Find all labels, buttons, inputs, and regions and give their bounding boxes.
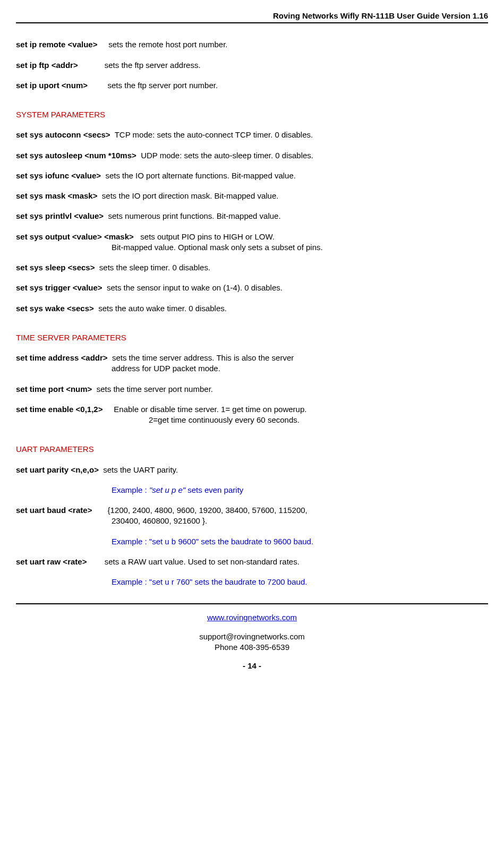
ip-remote-entry: set ip remote <value> sets the remote ho…	[16, 39, 488, 50]
sys-iofunc-desc: sets the IO port alternate functions. Bi…	[105, 171, 296, 180]
page-header: Roving Networks Wifly RN-111B User Guide…	[16, 11, 488, 23]
footer-phone: Phone 408-395-6539	[16, 642, 488, 653]
uart-parity-ex-suffix: sets even parity	[185, 485, 243, 494]
sys-autosleep-entry: set sys autosleep <num *10ms> UDP mode: …	[16, 150, 488, 161]
time-enable-entry: set time enable <0,1,2> Enable or disabl…	[16, 404, 488, 426]
sys-output-cont: Bit-mapped value. Optional mask only set…	[16, 242, 488, 253]
ip-ftp-entry: set ip ftp <addr> sets the ftp server ad…	[16, 60, 488, 71]
uart-parameters-heading: UART PARAMETERS	[16, 444, 488, 455]
sys-mask-desc: sets the IO port direction mask. Bit-map…	[102, 191, 279, 200]
ip-uport-cmd: set ip uport <num>	[16, 81, 88, 90]
sys-printlvl-cmd: set sys printlvl <value>	[16, 211, 104, 220]
time-enable-cont: 2=get time continuously every 60 seconds…	[16, 415, 488, 425]
time-port-cmd: set time port <num>	[16, 384, 92, 393]
sys-autosleep-desc: UDP mode: sets the auto-sleep timer. 0 d…	[141, 151, 313, 160]
sys-sleep-desc: sets the sleep timer. 0 disables.	[99, 263, 210, 272]
sys-wake-entry: set sys wake <secs> sets the auto wake t…	[16, 303, 488, 314]
footer-email: support@rovingnetworks.com	[16, 631, 488, 642]
time-server-parameters-heading: TIME SERVER PARAMETERS	[16, 332, 488, 343]
uart-raw-desc: sets a RAW uart value. Used to set non-s…	[105, 557, 300, 566]
uart-parity-entry: set uart parity <n,e,o> sets the UART pa…	[16, 465, 488, 475]
uart-baud-cont: 230400, 460800, 921600 }.	[16, 516, 488, 526]
time-address-cmd: set time address <addr>	[16, 353, 108, 362]
time-port-desc: sets the time server port number.	[97, 384, 213, 393]
sys-wake-desc: sets the auto wake timer. 0 disables.	[98, 304, 227, 313]
uart-parity-desc: sets the UART parity.	[103, 465, 178, 474]
sys-printlvl-desc: sets numerous print functions. Bit-mappe…	[108, 211, 280, 220]
ip-uport-entry: set ip uport <num> sets the ftp server p…	[16, 80, 488, 91]
time-port-entry: set time port <num> sets the time server…	[16, 384, 488, 395]
sys-mask-entry: set sys mask <mask> sets the IO port dir…	[16, 191, 488, 201]
footer-website-link[interactable]: www.rovingnetworks.com	[207, 613, 297, 622]
sys-autoconn-cmd: set sys autoconn <secs>	[16, 130, 110, 139]
sys-autoconn-entry: set sys autoconn <secs> TCP mode: sets t…	[16, 130, 488, 140]
uart-baud-entry: set uart baud <rate> {1200, 2400, 4800, …	[16, 505, 488, 527]
sys-output-cmd: set sys output <value> <mask>	[16, 232, 134, 241]
time-enable-desc: Enable or disable time server. 1= get ti…	[114, 405, 306, 414]
time-address-desc: sets the time server address. This is al…	[112, 353, 294, 362]
sys-trigger-desc: sets the sensor input to wake on (1-4). …	[107, 283, 283, 292]
sys-iofunc-cmd: set sys iofunc <value>	[16, 171, 101, 180]
time-enable-cmd: set time enable <0,1,2>	[16, 405, 102, 414]
sys-iofunc-entry: set sys iofunc <value> sets the IO port …	[16, 170, 488, 181]
uart-raw-example: Example : "set u r 760" sets the baudrat…	[16, 577, 488, 587]
sys-trigger-entry: set sys trigger <value> sets the sensor …	[16, 283, 488, 293]
sys-output-desc: sets output PIO pins to HIGH or LOW.	[140, 232, 275, 241]
uart-parity-ex-prefix: Example :	[112, 485, 149, 494]
ip-ftp-desc: sets the ftp server address.	[105, 61, 201, 70]
page-number: - 14 -	[16, 661, 488, 671]
uart-baud-desc: {1200, 2400, 4800, 9600, 19200, 38400, 5…	[108, 506, 307, 515]
sys-printlvl-entry: set sys printlvl <value> sets numerous p…	[16, 211, 488, 221]
system-parameters-heading: SYSTEM PARAMETERS	[16, 109, 488, 120]
sys-output-entry: set sys output <value> <mask> sets outpu…	[16, 232, 488, 253]
time-address-entry: set time address <addr> sets the time se…	[16, 353, 488, 374]
uart-parity-cmd: set uart parity <n,e,o>	[16, 465, 99, 474]
ip-ftp-cmd: set ip ftp <addr>	[16, 61, 78, 70]
sys-sleep-cmd: set sys sleep <secs>	[16, 263, 95, 272]
uart-baud-cmd: set uart baud <rate>	[16, 506, 92, 515]
sys-autoconn-desc: TCP mode: sets the auto-connect TCP time…	[115, 130, 313, 139]
ip-uport-desc: sets the ftp server port number.	[108, 81, 218, 90]
uart-parity-ex-quote: "set u p e"	[149, 485, 185, 494]
uart-raw-entry: set uart raw <rate> sets a RAW uart valu…	[16, 557, 488, 567]
sys-autosleep-cmd: set sys autosleep <num *10ms>	[16, 151, 136, 160]
sys-sleep-entry: set sys sleep <secs> sets the sleep time…	[16, 262, 488, 273]
sys-wake-cmd: set sys wake <secs>	[16, 304, 94, 313]
uart-baud-example: Example : "set u b 9600" sets the baudra…	[16, 536, 488, 547]
time-address-cont: address for UDP packet mode.	[16, 363, 488, 374]
sys-mask-cmd: set sys mask <mask>	[16, 191, 97, 200]
footer: www.rovingnetworks.com	[16, 603, 488, 623]
ip-remote-cmd: set ip remote <value>	[16, 40, 97, 49]
uart-parity-example: Example : "set u p e" sets even parity	[16, 485, 488, 495]
sys-trigger-cmd: set sys trigger <value>	[16, 283, 102, 292]
ip-remote-desc: sets the remote host port number.	[108, 40, 227, 49]
uart-raw-cmd: set uart raw <rate>	[16, 557, 87, 566]
